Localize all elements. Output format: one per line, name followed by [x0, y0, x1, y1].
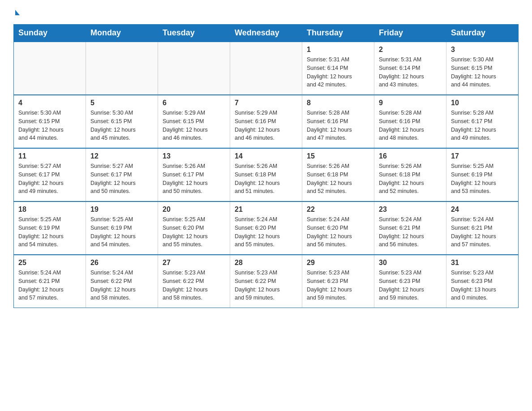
day-info: Sunrise: 5:24 AMSunset: 6:21 PMDaylight:… — [451, 215, 514, 249]
day-number: 11 — [18, 152, 81, 160]
day-number: 22 — [307, 206, 369, 214]
calendar-week-4: 18Sunrise: 5:25 AMSunset: 6:19 PMDayligh… — [14, 201, 519, 255]
day-info: Sunrise: 5:25 AMSunset: 6:19 PMDaylight:… — [18, 215, 81, 249]
day-info: Sunrise: 5:23 AMSunset: 6:23 PMDaylight:… — [451, 269, 514, 302]
day-number: 17 — [451, 152, 514, 160]
calendar-cell: 22Sunrise: 5:24 AMSunset: 6:20 PMDayligh… — [302, 201, 374, 255]
calendar-cell: 21Sunrise: 5:24 AMSunset: 6:20 PMDayligh… — [230, 201, 302, 255]
calendar-cell: 10Sunrise: 5:28 AMSunset: 6:17 PMDayligh… — [446, 95, 519, 148]
day-number: 6 — [163, 99, 225, 107]
calendar-week-1: 1Sunrise: 5:31 AMSunset: 6:14 PMDaylight… — [14, 42, 519, 95]
day-number: 27 — [163, 259, 225, 267]
calendar-cell: 12Sunrise: 5:27 AMSunset: 6:17 PMDayligh… — [86, 148, 158, 201]
day-number: 28 — [235, 259, 297, 267]
calendar-cell: 25Sunrise: 5:24 AMSunset: 6:21 PMDayligh… — [14, 255, 86, 308]
calendar-cell: 17Sunrise: 5:25 AMSunset: 6:19 PMDayligh… — [446, 148, 519, 201]
calendar-cell: 23Sunrise: 5:24 AMSunset: 6:21 PMDayligh… — [374, 201, 446, 255]
calendar-cell: 6Sunrise: 5:29 AMSunset: 6:15 PMDaylight… — [158, 95, 230, 148]
calendar-cell — [14, 42, 86, 95]
day-info: Sunrise: 5:23 AMSunset: 6:23 PMDaylight:… — [379, 269, 442, 302]
day-info: Sunrise: 5:28 AMSunset: 6:16 PMDaylight:… — [307, 109, 369, 142]
calendar-header-monday: Monday — [86, 25, 158, 42]
day-number: 5 — [90, 99, 153, 107]
day-info: Sunrise: 5:24 AMSunset: 6:20 PMDaylight:… — [307, 215, 369, 249]
calendar-week-3: 11Sunrise: 5:27 AMSunset: 6:17 PMDayligh… — [14, 148, 519, 201]
day-number: 19 — [90, 206, 153, 214]
day-info: Sunrise: 5:24 AMSunset: 6:21 PMDaylight:… — [18, 269, 81, 302]
logo-triangle-icon — [15, 10, 20, 15]
day-info: Sunrise: 5:26 AMSunset: 6:17 PMDaylight:… — [163, 162, 225, 196]
calendar-cell: 20Sunrise: 5:25 AMSunset: 6:20 PMDayligh… — [158, 201, 230, 255]
logo — [13, 9, 20, 15]
calendar-cell: 19Sunrise: 5:25 AMSunset: 6:19 PMDayligh… — [86, 201, 158, 255]
calendar-cell: 31Sunrise: 5:23 AMSunset: 6:23 PMDayligh… — [446, 255, 519, 308]
day-number: 23 — [379, 206, 442, 214]
calendar-cell: 24Sunrise: 5:24 AMSunset: 6:21 PMDayligh… — [446, 201, 519, 255]
calendar-cell: 18Sunrise: 5:25 AMSunset: 6:19 PMDayligh… — [14, 201, 86, 255]
calendar-cell: 30Sunrise: 5:23 AMSunset: 6:23 PMDayligh… — [374, 255, 446, 308]
day-info: Sunrise: 5:25 AMSunset: 6:20 PMDaylight:… — [163, 215, 225, 249]
calendar-week-2: 4Sunrise: 5:30 AMSunset: 6:15 PMDaylight… — [14, 95, 519, 148]
calendar-cell — [230, 42, 302, 95]
day-number: 20 — [163, 206, 225, 214]
calendar-header-tuesday: Tuesday — [158, 25, 230, 42]
day-info: Sunrise: 5:23 AMSunset: 6:22 PMDaylight:… — [163, 269, 225, 302]
calendar-cell: 8Sunrise: 5:28 AMSunset: 6:16 PMDaylight… — [302, 95, 374, 148]
calendar-cell — [158, 42, 230, 95]
day-number: 31 — [451, 259, 514, 267]
day-info: Sunrise: 5:23 AMSunset: 6:23 PMDaylight:… — [307, 269, 369, 302]
calendar-cell: 1Sunrise: 5:31 AMSunset: 6:14 PMDaylight… — [302, 42, 374, 95]
day-number: 14 — [235, 152, 297, 160]
day-info: Sunrise: 5:25 AMSunset: 6:19 PMDaylight:… — [451, 162, 514, 196]
day-number: 1 — [307, 46, 369, 54]
day-info: Sunrise: 5:30 AMSunset: 6:15 PMDaylight:… — [90, 109, 153, 142]
day-info: Sunrise: 5:23 AMSunset: 6:22 PMDaylight:… — [235, 269, 297, 302]
day-number: 15 — [307, 152, 369, 160]
day-info: Sunrise: 5:25 AMSunset: 6:19 PMDaylight:… — [90, 215, 153, 249]
day-info: Sunrise: 5:30 AMSunset: 6:15 PMDaylight:… — [451, 56, 514, 89]
day-number: 8 — [307, 99, 369, 107]
calendar-cell: 2Sunrise: 5:31 AMSunset: 6:14 PMDaylight… — [374, 42, 446, 95]
day-info: Sunrise: 5:28 AMSunset: 6:17 PMDaylight:… — [451, 109, 514, 142]
calendar-cell: 3Sunrise: 5:30 AMSunset: 6:15 PMDaylight… — [446, 42, 519, 95]
day-info: Sunrise: 5:29 AMSunset: 6:16 PMDaylight:… — [235, 109, 297, 142]
day-number: 9 — [379, 99, 442, 107]
calendar-cell: 7Sunrise: 5:29 AMSunset: 6:16 PMDaylight… — [230, 95, 302, 148]
calendar-header-friday: Friday — [374, 25, 446, 42]
day-number: 2 — [379, 46, 442, 54]
day-number: 30 — [379, 259, 442, 267]
day-number: 21 — [235, 206, 297, 214]
calendar-cell: 13Sunrise: 5:26 AMSunset: 6:17 PMDayligh… — [158, 148, 230, 201]
calendar-cell: 11Sunrise: 5:27 AMSunset: 6:17 PMDayligh… — [14, 148, 86, 201]
day-number: 25 — [18, 259, 81, 267]
day-info: Sunrise: 5:24 AMSunset: 6:21 PMDaylight:… — [379, 215, 442, 249]
day-info: Sunrise: 5:26 AMSunset: 6:18 PMDaylight:… — [235, 162, 297, 196]
calendar-week-5: 25Sunrise: 5:24 AMSunset: 6:21 PMDayligh… — [14, 255, 519, 308]
calendar-cell: 26Sunrise: 5:24 AMSunset: 6:22 PMDayligh… — [86, 255, 158, 308]
day-number: 18 — [18, 206, 81, 214]
calendar-cell: 16Sunrise: 5:26 AMSunset: 6:18 PMDayligh… — [374, 148, 446, 201]
calendar-header-wednesday: Wednesday — [230, 25, 302, 42]
day-number: 3 — [451, 46, 514, 54]
day-number: 4 — [18, 99, 81, 107]
calendar-header-thursday: Thursday — [302, 25, 374, 42]
day-info: Sunrise: 5:27 AMSunset: 6:17 PMDaylight:… — [90, 162, 153, 196]
calendar-table: SundayMondayTuesdayWednesdayThursdayFrid… — [13, 24, 519, 308]
day-info: Sunrise: 5:24 AMSunset: 6:20 PMDaylight:… — [235, 215, 297, 249]
day-info: Sunrise: 5:24 AMSunset: 6:22 PMDaylight:… — [90, 269, 153, 302]
calendar-cell: 5Sunrise: 5:30 AMSunset: 6:15 PMDaylight… — [86, 95, 158, 148]
calendar-header-sunday: Sunday — [14, 25, 86, 42]
calendar-header-row: SundayMondayTuesdayWednesdayThursdayFrid… — [14, 25, 519, 42]
day-number: 24 — [451, 206, 514, 214]
day-number: 26 — [90, 259, 153, 267]
day-info: Sunrise: 5:31 AMSunset: 6:14 PMDaylight:… — [307, 56, 369, 89]
calendar-cell: 28Sunrise: 5:23 AMSunset: 6:22 PMDayligh… — [230, 255, 302, 308]
day-info: Sunrise: 5:27 AMSunset: 6:17 PMDaylight:… — [18, 162, 81, 196]
day-info: Sunrise: 5:28 AMSunset: 6:16 PMDaylight:… — [379, 109, 442, 142]
day-number: 7 — [235, 99, 297, 107]
day-info: Sunrise: 5:30 AMSunset: 6:15 PMDaylight:… — [18, 109, 81, 142]
day-number: 13 — [163, 152, 225, 160]
page-header — [13, 9, 519, 15]
calendar-cell: 4Sunrise: 5:30 AMSunset: 6:15 PMDaylight… — [14, 95, 86, 148]
calendar-cell — [86, 42, 158, 95]
